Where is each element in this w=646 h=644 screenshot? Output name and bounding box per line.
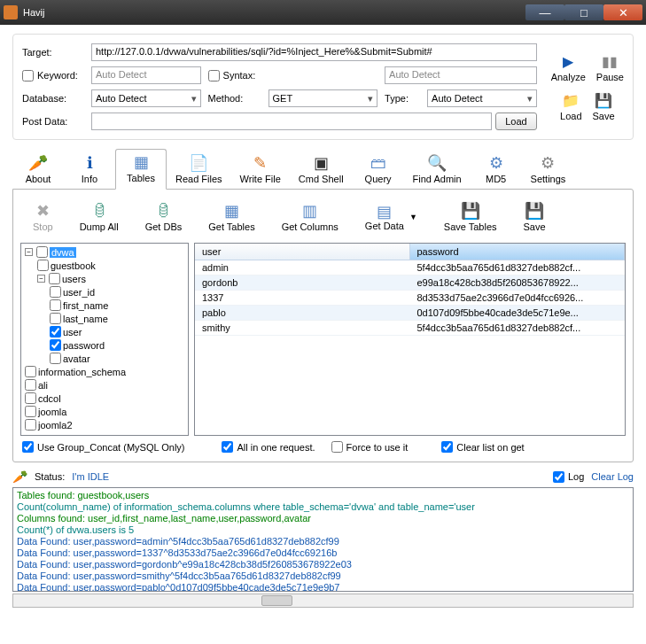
keyword-checkbox[interactable]: Keyword: bbox=[22, 70, 84, 81]
col-password[interactable]: password bbox=[410, 244, 626, 260]
stop-icon: ✖ bbox=[36, 202, 50, 220]
log-line: Data Found: user,password=pablo^0d107d09… bbox=[17, 582, 629, 592]
file-icon: 📄 bbox=[189, 154, 208, 172]
keyword-input[interactable]: Auto Detect bbox=[91, 66, 201, 84]
tab-about[interactable]: 🥕About bbox=[12, 151, 64, 190]
status-text: I'm IDLE bbox=[72, 471, 109, 482]
log-output[interactable]: Tables found: guestbook,usersCount(colum… bbox=[12, 487, 634, 592]
postdata-label: Post Data: bbox=[22, 116, 84, 127]
maximize-button[interactable]: □ bbox=[564, 4, 603, 20]
save-button[interactable]: 💾Save bbox=[593, 91, 615, 121]
data-icon: ▤ bbox=[377, 203, 392, 221]
target-label: Target: bbox=[22, 47, 84, 58]
analyze-button[interactable]: ▶Analyze bbox=[551, 52, 586, 82]
tab-query[interactable]: 🗃Query bbox=[353, 151, 404, 190]
dropdown-icon[interactable]: ▼ bbox=[409, 213, 417, 221]
clearlog-link[interactable]: Clear Log bbox=[591, 471, 634, 482]
tree-table-guestbook[interactable]: guestbook bbox=[51, 260, 96, 271]
table-row[interactable]: smithy5f4dcc3b5aa765d61d8327deb882cf... bbox=[195, 321, 625, 336]
log-line: Data Found: user,password=smithy^5f4dcc3… bbox=[17, 570, 629, 582]
tree-col[interactable]: password bbox=[63, 340, 105, 351]
savetables-button[interactable]: 💾Save Tables bbox=[439, 200, 502, 234]
table-icon: ▦ bbox=[134, 153, 149, 171]
table-row[interactable]: gordonbe99a18c428cb38d5f260853678922... bbox=[195, 275, 625, 291]
tree-db[interactable]: ali bbox=[38, 380, 48, 391]
target-panel: Target: http://127.0.0.1/dvwa/vulnerabil… bbox=[12, 34, 634, 140]
getcolumns-button[interactable]: ▥Get Columns bbox=[276, 200, 344, 234]
table-row[interactable]: pablo0d107d09f5bbe40cade3de5c71e9e... bbox=[195, 306, 625, 321]
data-grid[interactable]: user password admin5f4dcc3b5aa765d61d832… bbox=[194, 243, 626, 436]
play-icon: ▶ bbox=[559, 52, 577, 70]
tree-table-users[interactable]: users bbox=[62, 274, 86, 284]
edit-icon: ✎ bbox=[253, 154, 267, 172]
tree-db[interactable]: information_schema bbox=[38, 367, 126, 377]
close-button[interactable]: ✕ bbox=[603, 4, 642, 20]
gear-icon: ⚙ bbox=[541, 154, 555, 172]
load-button[interactable]: 📁Load bbox=[560, 91, 581, 121]
db-icon: 🛢 bbox=[91, 202, 107, 220]
tree-db[interactable]: joomla bbox=[38, 407, 66, 417]
syntax-checkbox[interactable]: Syntax: bbox=[208, 70, 378, 81]
tab-cmdshell[interactable]: ▣Cmd Shell bbox=[290, 151, 353, 190]
titlebar: Havij — □ ✕ bbox=[0, 0, 646, 25]
tree-db[interactable]: joomla2 bbox=[38, 420, 73, 431]
db-icon: 🛢 bbox=[155, 202, 171, 220]
tree-col[interactable]: first_name bbox=[63, 300, 108, 311]
app-icon bbox=[4, 5, 18, 19]
force-checkbox[interactable]: Force to use it bbox=[331, 441, 409, 453]
log-line: Tables found: guestbook,users bbox=[17, 490, 629, 501]
allinone-checkbox[interactable]: All in one request. bbox=[222, 441, 315, 453]
dumpall-button[interactable]: 🛢Dump All bbox=[74, 200, 124, 234]
log-checkbox[interactable]: Log bbox=[553, 471, 584, 483]
tab-settings[interactable]: ⚙Settings bbox=[522, 151, 575, 190]
table-row[interactable]: 13378d3533d75ae2c3966d7e0d4fcc6926... bbox=[195, 291, 625, 306]
search-icon: 🔍 bbox=[427, 154, 447, 172]
getdbs-button[interactable]: 🛢Get DBs bbox=[140, 200, 188, 234]
load-postdata-button[interactable]: Load bbox=[495, 113, 536, 130]
tree-db-dvwa[interactable]: dvwa bbox=[50, 247, 76, 258]
tree-col[interactable]: user bbox=[63, 327, 82, 338]
disk-icon: 💾 bbox=[461, 202, 480, 220]
tree-col[interactable]: avatar bbox=[63, 353, 90, 364]
tree-db[interactable]: cdcol bbox=[38, 393, 61, 404]
carrot-icon: 🥕 bbox=[28, 154, 48, 172]
tab-md5[interactable]: ⚙MD5 bbox=[471, 151, 522, 190]
col-user[interactable]: user bbox=[195, 244, 410, 260]
gettables-button[interactable]: ▦Get Tables bbox=[203, 200, 260, 234]
method-combo[interactable]: GET bbox=[269, 89, 378, 107]
status-label: Status: bbox=[35, 471, 65, 482]
tab-findadmin[interactable]: 🔍Find Admin bbox=[404, 151, 471, 190]
save-data-button[interactable]: 💾Save bbox=[518, 200, 551, 234]
tree-col[interactable]: user_id bbox=[63, 287, 95, 298]
main-tabs: 🥕About ℹInfo ▦Tables 📄Read Files ✎Write … bbox=[12, 149, 634, 190]
tab-writefile[interactable]: ✎Write File bbox=[231, 151, 290, 190]
tree-col[interactable]: last_name bbox=[63, 314, 108, 324]
tab-readfiles[interactable]: 📄Read Files bbox=[167, 151, 231, 190]
clearlist-checkbox[interactable]: Clear list on get bbox=[441, 441, 524, 453]
terminal-icon: ▣ bbox=[314, 154, 329, 172]
tab-info[interactable]: ℹInfo bbox=[64, 151, 115, 190]
collapse-icon[interactable]: − bbox=[25, 248, 33, 256]
groupconcat-checkbox[interactable]: Use Group_Concat (MySQL Only) bbox=[22, 441, 184, 453]
stop-button[interactable]: ✖Stop bbox=[27, 200, 58, 234]
grid-icon: ▦ bbox=[224, 202, 239, 220]
collapse-icon[interactable]: − bbox=[37, 275, 45, 283]
table-row[interactable]: admin5f4dcc3b5aa765d61d8327deb882cf... bbox=[195, 260, 625, 275]
db-tree[interactable]: −dvwa guestbook −users user_id first_nam… bbox=[20, 243, 189, 436]
pause-button[interactable]: ▮▮Pause bbox=[596, 52, 624, 82]
postdata-input[interactable] bbox=[91, 113, 492, 130]
syntax-input[interactable]: Auto Detect bbox=[385, 66, 537, 84]
database-combo[interactable]: Auto Detect bbox=[91, 89, 201, 107]
log-line: Columns found: user_id,first_name,last_n… bbox=[17, 513, 629, 524]
minimize-button[interactable]: — bbox=[525, 4, 564, 20]
type-combo[interactable]: Auto Detect bbox=[427, 89, 537, 107]
pause-icon: ▮▮ bbox=[601, 52, 619, 70]
target-input[interactable]: http://127.0.0.1/dvwa/vulnerabilities/sq… bbox=[91, 43, 537, 61]
log-line: Data Found: user,password=1337^8d3533d75… bbox=[17, 547, 629, 559]
h-scrollbar[interactable] bbox=[12, 594, 634, 608]
col-icon: ▥ bbox=[302, 202, 317, 220]
log-line: Data Found: user,password=admin^5f4dcc3b… bbox=[17, 536, 629, 547]
tab-tables[interactable]: ▦Tables bbox=[115, 149, 167, 190]
info-icon: ℹ bbox=[87, 154, 93, 172]
getdata-button[interactable]: ▤Get Data▼ bbox=[360, 201, 423, 233]
